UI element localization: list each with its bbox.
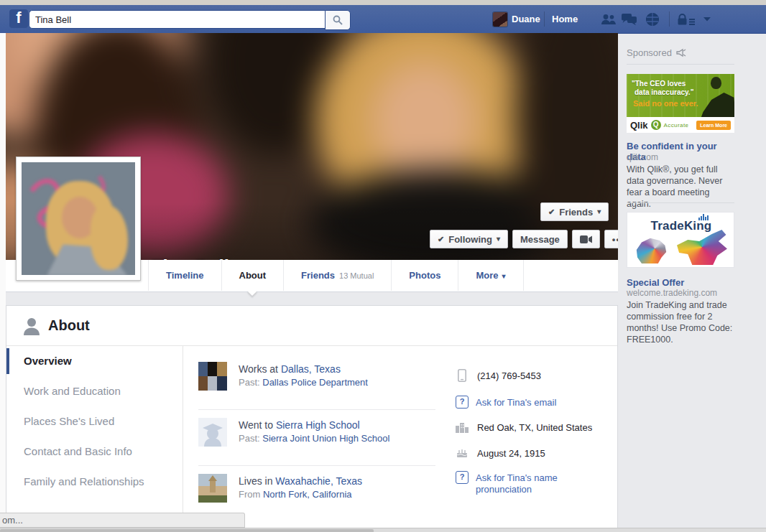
birthday-row: August 24, 1915: [456, 447, 545, 459]
bear-graphic: [633, 233, 676, 263]
account-menu-chevron-icon[interactable]: [698, 11, 716, 28]
nav-divider: [544, 11, 545, 27]
scrollbar-thumb[interactable]: [0, 529, 374, 532]
about-nav-family-relationships[interactable]: Family and Relationships: [6, 467, 183, 497]
qlik-logo: Qlik: [630, 120, 648, 131]
qlik-q-icon: Q: [651, 120, 661, 130]
about-nav-work-education[interactable]: Work and Education: [6, 376, 183, 406]
work-thumbnail[interactable]: [198, 362, 227, 391]
profile-picture-image: [22, 162, 135, 275]
about-title: About: [48, 306, 90, 345]
tab-friends[interactable]: Friends13 Mutual: [283, 260, 391, 291]
tradeking-ad-image[interactable]: TradeKing: [627, 212, 734, 268]
active-indicator: [6, 348, 9, 374]
horizontal-scrollbar[interactable]: [0, 528, 766, 532]
ad-image-text: Said no one ever.: [633, 99, 698, 108]
tab-timeline[interactable]: Timeline: [148, 260, 221, 291]
birthday-text: August 24, 1915: [477, 447, 545, 459]
question-icon: ?: [456, 396, 469, 409]
home-thumbnail[interactable]: [198, 474, 227, 503]
school-link[interactable]: Sierra High School: [276, 419, 360, 431]
qlik-tagline: Accurate: [664, 122, 689, 129]
ad-man-silhouette: [711, 77, 721, 89]
search-button[interactable]: [325, 10, 351, 30]
tradeking-ad-title-link[interactable]: Special Offer: [627, 277, 734, 288]
work-place-link[interactable]: Dallas, Texas: [281, 363, 341, 375]
about-nav-overview[interactable]: Overview: [6, 346, 183, 376]
nav-home-link[interactable]: Home: [552, 5, 578, 33]
chevron-down-icon: ▾: [597, 208, 601, 215]
profile-action-row: ✔ Following ▾ Message •••: [430, 230, 618, 248]
video-call-button[interactable]: [572, 230, 600, 248]
page-left-gutter: [0, 33, 6, 532]
ad-brand-strip: Qlik Q Accurate Learn More: [627, 117, 734, 133]
more-options-button[interactable]: •••: [604, 230, 618, 248]
qlik-ad-image[interactable]: "The CEO loves data inaccuracy." Said no…: [627, 74, 734, 133]
friends-status-button[interactable]: ✔ Friends ▾: [540, 202, 609, 221]
facebook-navbar: f Duane Home: [0, 5, 766, 34]
nav-profile-link[interactable]: Duane: [512, 5, 540, 33]
sponsored-megaphone-icon[interactable]: [676, 48, 686, 57]
question-icon: ?: [456, 471, 469, 484]
facebook-logo[interactable]: f: [9, 9, 28, 28]
tradeking-logo: TradeKing: [627, 219, 734, 233]
sponsored-header: Sponsored: [627, 47, 734, 58]
video-camera-icon: [580, 235, 592, 243]
email-row: ? Ask for Tina's email: [456, 396, 556, 409]
birthday-cake-icon: [456, 447, 469, 459]
person-silhouette-icon: [22, 317, 41, 335]
about-section-card: About Overview Work and Education Places…: [6, 305, 618, 532]
mobile-phone-icon: [456, 369, 469, 382]
divider: [198, 465, 435, 466]
check-icon: ✔: [548, 208, 555, 216]
chevron-down-icon: ▾: [497, 235, 500, 243]
search-input[interactable]: [29, 10, 326, 29]
past-work-link[interactable]: Dallas Police Department: [262, 377, 368, 388]
education-item: Went to Sierra High School Past: Sierra …: [198, 418, 435, 447]
phone-row: (214) 769-5453: [456, 369, 541, 382]
following-button[interactable]: ✔ Following ▾: [430, 230, 508, 248]
user-avatar[interactable]: [493, 12, 507, 27]
divider: [627, 64, 734, 65]
about-nav-contact-basic-info[interactable]: Contact and Basic Info: [6, 437, 183, 467]
places-item: Lives in Waxahachie, Texas From North Fo…: [198, 474, 435, 503]
current-city-row: Red Oak, TX, United States: [456, 421, 592, 434]
pronunciation-row: ? Ask for Tina's name pronunciation: [456, 471, 573, 495]
bull-graphic: [675, 229, 729, 265]
privacy-shortcuts-icon[interactable]: [676, 11, 696, 28]
profile-picture[interactable]: [16, 157, 141, 281]
browser-status-bar: om...: [0, 513, 245, 528]
learn-more-button[interactable]: Learn More: [696, 121, 731, 130]
tab-about[interactable]: About: [221, 260, 284, 291]
ask-pronunciation-link[interactable]: Ask for Tina's name pronunciation: [476, 471, 573, 495]
mutual-friends-count: 13 Mutual: [339, 271, 374, 280]
facebook-profile-page: f Duane Home: [0, 0, 766, 532]
current-city-link[interactable]: Waxahachie, Texas: [275, 475, 362, 487]
ad-image-text: "The CEO loves: [632, 80, 686, 88]
ellipsis-icon: •••: [612, 234, 618, 245]
divider: [198, 409, 435, 410]
about-nav-places-lived[interactable]: Places She's Lived: [6, 406, 183, 437]
friend-requests-icon[interactable]: [600, 11, 617, 28]
about-nav: Overview Work and Education Places She's…: [6, 346, 183, 532]
about-header: About: [6, 306, 617, 346]
city-icon: [456, 421, 469, 434]
chevron-down-icon: ▾: [502, 272, 505, 280]
tab-photos[interactable]: Photos: [391, 260, 458, 291]
divider: [627, 202, 734, 203]
past-school-link[interactable]: Sierra Joint Union High School: [262, 433, 389, 444]
tab-more[interactable]: More▾: [458, 260, 523, 291]
tradeking-ad-url: welcome.tradeking.com: [627, 288, 734, 298]
nav-divider: [669, 11, 670, 27]
message-button[interactable]: Message: [512, 230, 568, 248]
school-thumbnail[interactable]: [198, 418, 227, 447]
messages-icon[interactable]: [621, 11, 638, 28]
current-city-text: Red Oak, TX, United States: [477, 421, 592, 433]
notifications-icon[interactable]: [644, 11, 661, 28]
qlik-ad-url: qlik.com: [627, 152, 734, 162]
phone-number: (214) 769-5453: [477, 369, 541, 381]
ask-email-link[interactable]: Ask for Tina's email: [476, 396, 556, 408]
hometown-link[interactable]: North Fork, California: [263, 489, 352, 500]
search-icon: [333, 15, 343, 25]
ad-image-text: data inaccuracy.": [635, 88, 693, 96]
